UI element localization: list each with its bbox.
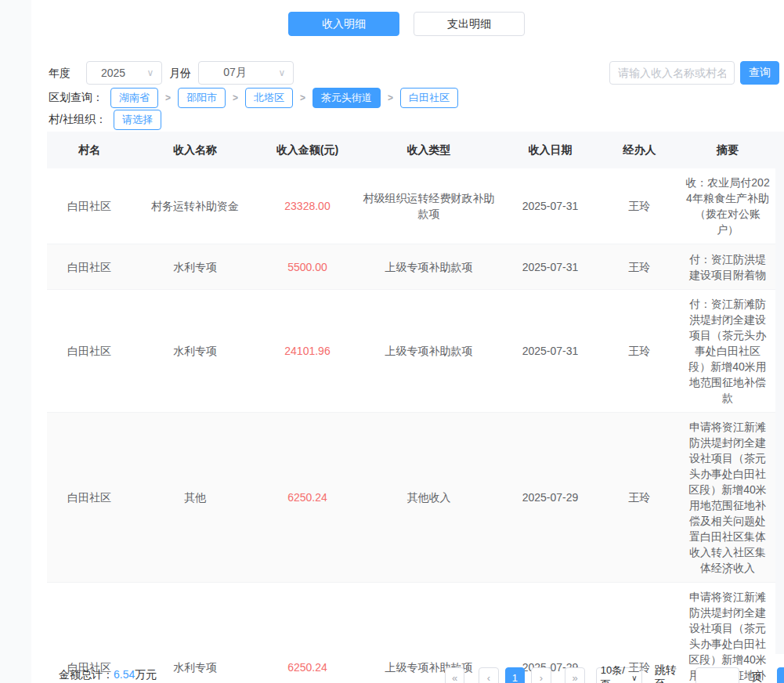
region-chip-district[interactable]: 北塔区 xyxy=(245,88,293,108)
region-query-label: 区划查询： xyxy=(49,91,103,105)
operator-cell: 王玲 xyxy=(599,168,680,244)
date-cell: 2025-07-29 xyxy=(501,413,599,583)
table-row: 白田社区 水利专项 5500.00 上级专项补助款项 2025-07-31 王玲… xyxy=(47,244,775,290)
income-name-cell: 其他 xyxy=(132,413,258,583)
income-detail-page: 收入明细 支出明细 年度 2025 ∨ 月份 07月 ∨ 查询 区划查询： 湖南… xyxy=(0,0,784,683)
first-page-icon: « xyxy=(452,672,457,683)
table-row: 白田社区 村务运转补助资金 23328.00 村级组织运转经费财政补助款项 20… xyxy=(47,168,775,244)
jump-page-input[interactable] xyxy=(695,667,739,683)
year-label: 年度 xyxy=(49,67,70,81)
detail-tabs: 收入明细 支出明细 xyxy=(288,12,525,36)
right-gutter xyxy=(775,132,784,654)
search-input[interactable] xyxy=(609,61,735,85)
total-unit: 万元 xyxy=(135,668,157,681)
page-size-value: 10条/页 xyxy=(601,663,632,683)
col-header-income-name: 收入名称 xyxy=(132,132,258,168)
income-name-cell: 村务运转补助资金 xyxy=(132,168,258,244)
org-label: 村/社组织： xyxy=(49,113,107,127)
col-header-village: 村名 xyxy=(47,132,132,168)
region-chip-city[interactable]: 邵阳市 xyxy=(178,88,226,108)
summary-cell: 付：资江防洪堤建设项目附着物 xyxy=(680,244,775,290)
page-unit-label: 页 xyxy=(752,670,763,683)
table-footer: 金额总计：6.54万元 « ‹ 1 › » 10条/页 ∨ 跳转至 页 确认 xyxy=(0,662,784,683)
col-header-amount: 收入金额(元) xyxy=(258,132,356,168)
operator-cell: 王玲 xyxy=(599,290,680,413)
col-header-income-type: 收入类型 xyxy=(356,132,501,168)
month-label: 月份 xyxy=(169,67,191,81)
total-amount: 金额总计：6.54万元 xyxy=(59,668,157,682)
amount-cell: 5500.00 xyxy=(258,244,356,290)
confirm-button[interactable]: 确认 xyxy=(777,667,784,683)
chevron-down-icon: ∨ xyxy=(139,67,161,78)
org-row: 村/社组织： 请选择 xyxy=(49,110,161,130)
operator-cell: 王玲 xyxy=(599,244,680,290)
income-type-cell: 上级专项补助款项 xyxy=(356,244,501,290)
total-value: 6.54 xyxy=(114,668,135,681)
summary-cell: 收：农业局付2024年粮食生产补助（拨在对公账户） xyxy=(680,168,775,244)
jump-to-label: 跳转至 xyxy=(655,663,685,683)
date-cell: 2025-07-31 xyxy=(501,290,599,413)
chevron-down-icon: ∨ xyxy=(271,67,293,78)
date-cell: 2025-07-31 xyxy=(501,168,599,244)
table-row: 白田社区 其他 6250.24 其他收入 2025-07-29 王玲 申请将资江… xyxy=(47,413,775,583)
village-cell: 白田社区 xyxy=(47,168,132,244)
income-type-cell: 上级专项补助款项 xyxy=(356,290,501,413)
summary-cell: 付：资江新滩防洪堤封闭全建设项目（茶元头办事处白田社区段）新增40米用地范围征地… xyxy=(680,290,775,413)
month-select[interactable]: 07月 ∨ xyxy=(198,61,294,85)
pagination-next-button[interactable]: › xyxy=(531,667,551,683)
breadcrumb-separator: > xyxy=(165,92,171,103)
month-value: 07月 xyxy=(199,66,271,80)
breadcrumb-separator: > xyxy=(233,92,238,103)
left-gutter xyxy=(0,0,31,683)
summary-cell: 申请将资江新滩防洪堤封闭全建设社项目（茶元头办事处白田社区段）新增40米用地范围… xyxy=(680,413,775,583)
next-page-icon: › xyxy=(540,672,543,683)
pagination-last-button[interactable]: » xyxy=(565,667,584,683)
col-header-date: 收入日期 xyxy=(501,132,599,168)
income-name-cell: 水利专项 xyxy=(132,244,258,290)
pagination-prev-button[interactable]: ‹ xyxy=(479,667,498,683)
income-table: 村名 收入名称 收入金额(元) 收入类型 收入日期 经办人 摘要 白田社区 村务… xyxy=(47,132,775,683)
tab-expense-detail[interactable]: 支出明细 xyxy=(414,12,525,36)
breadcrumb-separator: > xyxy=(388,92,393,103)
year-select[interactable]: 2025 ∨ xyxy=(86,61,162,85)
year-value: 2025 xyxy=(87,67,139,79)
breadcrumb-separator: > xyxy=(300,92,305,103)
region-breadcrumb: 区划查询： 湖南省 > 邵阳市 > 北塔区 > 茶元头街道 > 白田社区 xyxy=(49,88,458,108)
table-row: 白田社区 水利专项 24101.96 上级专项补助款项 2025-07-31 王… xyxy=(47,290,775,413)
operator-cell: 王玲 xyxy=(599,413,680,583)
region-chip-community[interactable]: 白田社区 xyxy=(400,88,458,108)
col-header-summary: 摘要 xyxy=(680,132,775,168)
last-page-icon: » xyxy=(572,672,577,683)
amount-cell: 6250.24 xyxy=(258,413,356,583)
pagination: « ‹ 1 › » 10条/页 ∨ 跳转至 页 确认 xyxy=(445,663,784,683)
table-header-row: 村名 收入名称 收入金额(元) 收入类型 收入日期 经办人 摘要 xyxy=(47,132,775,168)
search-button[interactable]: 查询 xyxy=(740,61,779,85)
org-select-chip[interactable]: 请选择 xyxy=(114,110,161,130)
prev-page-icon: ‹ xyxy=(487,672,490,683)
region-chip-street[interactable]: 茶元头街道 xyxy=(313,88,381,108)
pagination-page-1-button[interactable]: 1 xyxy=(505,667,525,683)
village-cell: 白田社区 xyxy=(47,290,132,413)
tab-income-detail[interactable]: 收入明细 xyxy=(288,12,399,36)
date-cell: 2025-07-31 xyxy=(501,244,599,290)
amount-cell: 24101.96 xyxy=(258,290,356,413)
pagination-first-button[interactable]: « xyxy=(445,667,464,683)
income-type-cell: 村级组织运转经费财政补助款项 xyxy=(356,168,501,244)
col-header-operator: 经办人 xyxy=(599,132,680,168)
village-cell: 白田社区 xyxy=(47,413,132,583)
total-label: 金额总计： xyxy=(59,668,114,681)
amount-cell: 23328.00 xyxy=(258,168,356,244)
region-chip-province[interactable]: 湖南省 xyxy=(110,88,158,108)
page-size-select[interactable]: 10条/页 ∨ xyxy=(596,667,642,683)
chevron-down-icon: ∨ xyxy=(631,674,637,682)
income-type-cell: 其他收入 xyxy=(356,413,501,583)
village-cell: 白田社区 xyxy=(47,244,132,290)
income-name-cell: 水利专项 xyxy=(132,290,258,413)
